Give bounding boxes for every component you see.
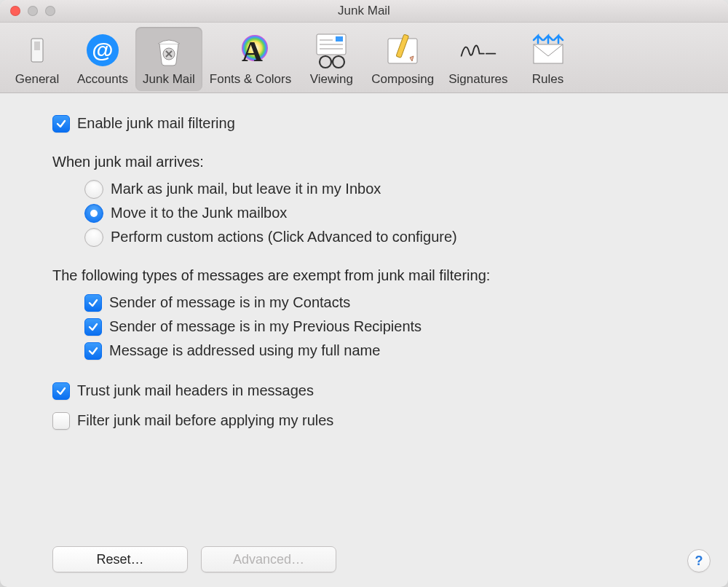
toolbar-tab-general[interactable]: General [4,27,70,91]
toolbar-label-signatures: Signatures [448,72,507,87]
radio-move-to-junk[interactable] [84,204,103,223]
glasses-icon [311,30,352,71]
label-exempt-contacts: Sender of message is in my Contacts [109,293,350,312]
window-title: Junk Mail [338,4,390,18]
toolbar-tab-junk-mail[interactable]: Junk Mail [135,27,202,91]
row-enable-filtering: Enable junk mail filtering [52,114,706,133]
toolbar-items: General @ Accounts [4,27,724,91]
label-mark-as-junk: Mark as junk mail, but leave it in my In… [111,179,381,199]
footer-buttons: Reset… Advanced… [52,546,336,572]
svg-text:A: A [242,35,263,68]
switch-icon [17,30,58,71]
radio-mark-as-junk[interactable] [84,180,103,199]
row-exempt-contacts: Sender of message is in my Contacts [84,293,706,312]
toolbar-label-fonts-colors: Fonts & Colors [210,72,291,87]
pencil-icon [382,30,423,71]
svg-rect-1 [34,42,40,50]
row-arrive-option-mark: Mark as junk mail, but leave it in my In… [84,179,706,199]
titlebar: Junk Mail [0,0,728,23]
row-filter-before-rules: Filter junk mail before applying my rule… [52,411,706,430]
signature-icon [458,30,499,71]
heading-exempt: The following types of messages are exem… [52,266,706,285]
label-exempt-fullname: Message is addressed using my full name [109,341,380,361]
window-controls [10,6,55,16]
content-pane: Enable junk mail filtering When junk mai… [0,93,728,587]
row-arrive-option-move: Move it to the Junk mailbox [84,203,706,223]
at-icon: @ [82,30,123,71]
zoom-icon[interactable] [45,6,55,16]
radio-custom-actions[interactable] [84,228,103,247]
svg-point-15 [333,56,344,68]
close-icon[interactable] [10,6,20,16]
row-exempt-previous: Sender of message is in my Previous Reci… [84,317,706,336]
toolbar-label-accounts: Accounts [77,72,128,87]
toolbar-tab-fonts-colors[interactable]: A Fonts & Colors [202,27,298,91]
label-custom-actions: Perform custom actions (Click Advanced t… [111,227,457,247]
toolbar-tab-viewing[interactable]: Viewing [298,27,364,91]
label-filter-before-rules: Filter junk mail before applying my rule… [77,411,333,430]
fonts-icon: A [230,30,271,71]
row-trust-headers: Trust junk mail headers in messages [52,381,706,401]
toolbar-tab-composing[interactable]: Composing [364,27,441,91]
toolbar-label-viewing: Viewing [310,72,353,87]
row-arrive-option-custom: Perform custom actions (Click Advanced t… [84,227,706,247]
row-exempt-fullname: Message is addressed using my full name [84,341,706,361]
svg-text:@: @ [92,38,113,62]
toolbar-label-composing: Composing [371,72,434,87]
reset-button[interactable]: Reset… [52,546,188,572]
toolbar-tab-rules[interactable]: Rules [515,27,581,91]
toolbar-label-rules: Rules [532,72,563,87]
preferences-toolbar: General @ Accounts [0,23,728,93]
label-move-to-junk: Move it to the Junk mailbox [111,203,287,223]
checkbox-filter-before-rules[interactable] [52,412,70,430]
checkbox-trust-headers[interactable] [52,382,70,400]
rules-icon [528,30,569,71]
label-enable-filtering: Enable junk mail filtering [77,114,235,133]
checkbox-exempt-contacts[interactable] [84,294,102,312]
svg-rect-10 [336,36,343,42]
label-trust-headers: Trust junk mail headers in messages [77,381,314,401]
svg-rect-19 [534,44,563,63]
toolbar-label-junk-mail: Junk Mail [143,72,195,87]
label-exempt-previous: Sender of message is in my Previous Reci… [109,317,422,336]
minimize-icon[interactable] [28,6,38,16]
svg-point-14 [320,56,331,68]
checkbox-exempt-previous[interactable] [84,318,102,336]
advanced-button[interactable]: Advanced… [201,546,336,572]
toolbar-label-general: General [15,72,59,87]
toolbar-tab-signatures[interactable]: Signatures [441,27,515,91]
help-button[interactable]: ? [687,549,711,572]
trash-icon [149,30,189,71]
toolbar-tab-accounts[interactable]: @ Accounts [70,27,135,91]
heading-when-junk-arrives: When junk mail arrives: [52,152,706,172]
checkbox-exempt-fullname[interactable] [84,342,102,360]
checkbox-enable-filtering[interactable] [52,115,70,133]
preferences-window: Junk Mail General @ [0,0,728,587]
